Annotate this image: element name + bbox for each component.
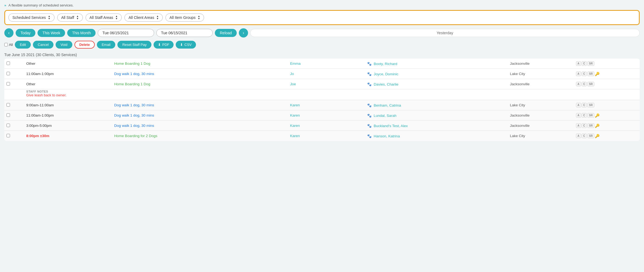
paw-icon: 🐾: [367, 124, 372, 128]
paw-icon: 🐾: [367, 62, 372, 66]
row-staff[interactable]: Karen: [288, 100, 365, 110]
today-button[interactable]: Today: [16, 29, 35, 37]
key-icon: 🔑: [595, 134, 599, 138]
row-action-c[interactable]: C: [582, 82, 587, 86]
row-action-a[interactable]: A: [576, 72, 581, 76]
row-client[interactable]: 🐾 Buckland's Test, Alex: [365, 121, 508, 131]
row-staff[interactable]: Karen: [288, 121, 365, 131]
table-row: 9:00am-11:00am Dog walk 1 dog, 30 mins K…: [4, 100, 640, 110]
row-checkbox[interactable]: [6, 113, 10, 117]
chevrons-icon: »: [4, 3, 6, 7]
client-areas-select[interactable]: All Client Areas ▲▼: [124, 13, 163, 22]
reload-button[interactable]: Reload: [215, 29, 236, 37]
row-action-a[interactable]: A: [576, 113, 581, 118]
delete-button[interactable]: Delete: [74, 41, 95, 49]
select-arrows-icon: ▲▼: [115, 15, 118, 20]
row-time: 11:00am-1:00pm: [24, 69, 112, 79]
row-checkbox[interactable]: [6, 103, 10, 107]
item-groups-select[interactable]: All Item Groups ▲▼: [165, 13, 204, 22]
row-service[interactable]: Home Boarding 1 Dog: [112, 79, 288, 89]
row-service[interactable]: Home Boarding 1 Dog: [112, 59, 288, 69]
row-staff[interactable]: Karen: [288, 131, 365, 141]
select-all-checkbox[interactable]: [4, 43, 8, 46]
select-all-checkbox-wrapper[interactable]: All: [4, 43, 13, 47]
row-client[interactable]: 🐾 Benham, Catrina: [365, 100, 508, 110]
row-client[interactable]: 🐾 Lundal, Sarah: [365, 110, 508, 121]
row-action-sr[interactable]: SR: [587, 113, 594, 118]
table-row: Other Home Boarding 1 Dog Emma 🐾 Booty, …: [4, 59, 640, 69]
row-checkbox[interactable]: [6, 124, 10, 127]
staff-select[interactable]: All Staff ▲▼: [57, 13, 83, 22]
row-action-c[interactable]: C: [582, 72, 587, 76]
row-staff[interactable]: Karen: [288, 110, 365, 121]
row-service[interactable]: Dog walk 1 dog, 30 mins: [112, 121, 288, 131]
row-action-sr[interactable]: SR: [587, 134, 594, 138]
next-button[interactable]: ›: [239, 28, 248, 38]
row-checkbox-cell: [4, 69, 24, 79]
row-service[interactable]: Home Boarding for 2 Dogs: [112, 131, 288, 141]
table-row: 8:00pm ±30m Home Boarding for 2 Dogs Kar…: [4, 131, 640, 141]
row-action-a[interactable]: A: [576, 134, 581, 138]
row-checkbox[interactable]: [6, 62, 10, 65]
row-action-sr[interactable]: SR: [587, 72, 594, 76]
reset-staff-pay-button[interactable]: Reset Staff Pay: [117, 41, 151, 49]
edit-button[interactable]: Edit: [15, 41, 30, 49]
row-client[interactable]: 🐾 Joyce, Dominic: [365, 69, 508, 79]
row-service[interactable]: Dog walk 1 dog, 30 mins: [112, 110, 288, 121]
row-actions: A C SR: [574, 59, 640, 69]
yesterday-label: Yesterday: [250, 29, 640, 37]
row-service[interactable]: Dog walk 1 dog, 30 mins: [112, 100, 288, 110]
row-checkbox[interactable]: [6, 72, 10, 75]
row-action-sr[interactable]: SR: [587, 103, 594, 107]
row-service[interactable]: Dog walk 1 dog, 30 mins: [112, 69, 288, 79]
row-actions: A C SR: [574, 100, 640, 110]
row-checkbox[interactable]: [6, 134, 10, 137]
service-type-select[interactable]: Scheduled Services ▲▼: [8, 13, 55, 22]
row-checkbox[interactable]: [6, 82, 10, 86]
table-row: 11:00am-1:00pm Dog walk 1 dog, 30 mins K…: [4, 110, 640, 121]
row-time: Other: [24, 59, 112, 69]
row-action-c[interactable]: C: [582, 61, 587, 66]
select-arrows-icon: ▲▼: [48, 15, 50, 20]
row-client[interactable]: 🐾 Booty, Richard: [365, 59, 508, 69]
row-client[interactable]: 🐾 Davies, Charlie: [365, 79, 508, 89]
select-arrows-icon: ▲▼: [156, 15, 159, 20]
row-action-a[interactable]: A: [576, 123, 581, 128]
void-button[interactable]: Void: [56, 41, 72, 49]
row-checkbox-cell: [4, 110, 24, 121]
row-action-c[interactable]: C: [582, 103, 587, 107]
row-staff[interactable]: Joe: [288, 79, 365, 89]
paw-icon: 🐾: [367, 114, 372, 118]
row-action-sr[interactable]: SR: [587, 61, 594, 66]
row-action-c[interactable]: C: [582, 134, 587, 138]
page-subtitle: » A flexible summary of scheduled servic…: [4, 3, 640, 7]
csv-button[interactable]: ⬇ CSV: [176, 41, 196, 49]
row-location: Lake City: [508, 100, 574, 110]
row-action-sr[interactable]: SR: [587, 82, 594, 86]
staff-note-content: STAFF NOTES Give leash back to owner.: [24, 89, 640, 100]
row-action-a[interactable]: A: [576, 103, 581, 107]
cancel-button[interactable]: Cancel: [33, 41, 53, 49]
row-action-c[interactable]: C: [582, 123, 587, 128]
pdf-button[interactable]: ⬇ PDF: [154, 41, 174, 49]
date-end-input[interactable]: [156, 29, 213, 37]
row-action-a[interactable]: A: [576, 82, 581, 86]
services-table: Other Home Boarding 1 Dog Emma 🐾 Booty, …: [4, 59, 640, 141]
row-action-c[interactable]: C: [582, 113, 587, 118]
row-action-sr[interactable]: SR: [587, 123, 594, 128]
row-location: Jacksonville: [508, 59, 574, 69]
prev-button[interactable]: ‹: [4, 28, 13, 38]
actions-bar: All Edit Cancel Void Delete Email Reset …: [4, 41, 640, 49]
row-location: Jacksonville: [508, 121, 574, 131]
staff-areas-select[interactable]: All Staff Areas ▲▼: [86, 13, 122, 22]
row-staff[interactable]: Emma: [288, 59, 365, 69]
row-location: Jacksonville: [508, 110, 574, 121]
this-month-button[interactable]: This Month: [67, 29, 96, 37]
row-action-a[interactable]: A: [576, 61, 581, 66]
date-start-input[interactable]: [98, 29, 154, 37]
row-staff[interactable]: Jo: [288, 69, 365, 79]
email-button[interactable]: Email: [97, 41, 116, 49]
this-week-button[interactable]: This Week: [38, 29, 65, 37]
row-location: Jacksonville: [508, 79, 574, 89]
row-client[interactable]: 🐾 Hanson, Katrina: [365, 131, 508, 141]
